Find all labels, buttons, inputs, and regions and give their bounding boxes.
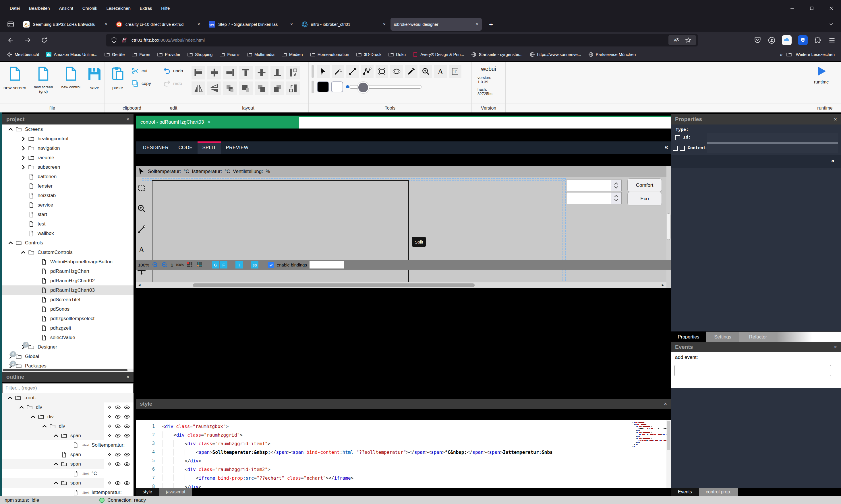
align-top-button[interactable] — [239, 66, 253, 79]
tab-events[interactable]: Events — [671, 488, 699, 496]
pocket-icon[interactable] — [754, 36, 761, 44]
bookmark-item[interactable]: Shopping — [184, 51, 215, 58]
properties-close-icon[interactable]: × — [834, 116, 837, 123]
project-tree-item-fenster[interactable]: fenster — [2, 181, 134, 191]
extensions-puzzle-icon[interactable] — [814, 36, 822, 44]
tab-close-icon[interactable]: × — [198, 22, 200, 27]
add-event-input[interactable] — [674, 365, 831, 376]
redo-button[interactable]: redo — [163, 79, 188, 88]
project-tree-item-designer[interactable]: 4Designer — [2, 342, 134, 352]
select-tool-button[interactable] — [317, 65, 330, 78]
scroll-right-icon[interactable]: ► — [661, 283, 665, 287]
project-tree-item-customcontrols[interactable]: CustomControls — [2, 248, 134, 257]
slider-knob[interactable] — [358, 82, 369, 93]
shield-icon[interactable] — [111, 37, 117, 43]
visibility-icon[interactable] — [115, 423, 121, 429]
maximize-button[interactable] — [802, 0, 822, 16]
split-handle-badge[interactable]: Split — [412, 237, 426, 247]
bookmark-item[interactable]: Multimedia — [244, 51, 277, 58]
project-tree-item-pdraumhzgchart02[interactable]: pdRaumHzgChart02 — [2, 276, 134, 285]
browser-tab[interactable]: SPSStep 7 - Signalampel blinken las× — [205, 18, 296, 31]
more-bookmarks-label[interactable]: Weitere Lesezeichen — [796, 52, 835, 57]
visibility-design-icon[interactable] — [124, 451, 130, 458]
tab-preview[interactable]: PREVIEW — [221, 141, 254, 154]
copy-button[interactable]: copy — [131, 79, 151, 88]
collapse-right-icon[interactable]: « — [665, 143, 668, 151]
bookmark-star-icon[interactable] — [685, 37, 691, 43]
project-tree-item-wallbox[interactable]: wallbox — [2, 229, 134, 238]
menu-bearbeiten[interactable]: Bearbeiten — [25, 0, 54, 16]
canvas-vscrollbar[interactable] — [666, 166, 671, 288]
outline-item-div[interactable]: div — [2, 412, 134, 421]
cloud-extension-icon[interactable] — [782, 35, 792, 45]
bookmark-item[interactable]: Doku — [385, 51, 409, 58]
eyedropper-tool-button[interactable] — [405, 65, 417, 78]
browser-tab[interactable]: creality cr-10 direct drive extrud× — [112, 18, 204, 31]
editor-tab-pdraumhzgchart03[interactable]: control - pdRaumHzgChart03 × — [136, 115, 299, 128]
bookmark-item[interactable]: Finanz — [217, 51, 243, 58]
marquee-select-icon[interactable] — [137, 183, 146, 193]
select-node-icon[interactable] — [107, 405, 112, 409]
visibility-icon[interactable] — [115, 461, 121, 467]
reload-icon[interactable] — [38, 34, 50, 46]
project-tree-item-start[interactable]: start — [2, 210, 134, 219]
visibility-design-icon[interactable] — [124, 433, 130, 439]
visibility-design-icon[interactable] — [124, 480, 130, 486]
outline-item-root[interactable]: -root- — [2, 393, 134, 402]
tab-code[interactable]: CODE — [173, 141, 197, 154]
arrange-forward-button[interactable] — [255, 82, 269, 95]
scrollbar-thumb[interactable] — [3, 369, 127, 371]
zoom-reset-100[interactable]: 100% — [176, 263, 184, 267]
bookmark-item[interactable]: Parkservice München — [585, 51, 639, 58]
flip-vertical-button[interactable] — [207, 82, 221, 95]
collapse-properties-icon[interactable]: « — [831, 157, 835, 165]
tab-split[interactable]: SPLIT — [198, 141, 221, 154]
chevron-down-icon[interactable] — [6, 240, 15, 246]
bookmark-item[interactable]: Geräte — [101, 51, 127, 58]
chevron-down-icon[interactable] — [19, 250, 28, 255]
chevron-down-icon[interactable] — [40, 424, 49, 429]
background-color-swatch[interactable] — [331, 82, 343, 92]
eco-temp-input[interactable] — [566, 192, 622, 204]
zoom-in-icon[interactable] — [152, 261, 158, 268]
project-tree-item-service[interactable]: service — [2, 200, 134, 210]
insecure-lock-icon[interactable] — [121, 37, 127, 43]
project-tree-item-pdraumhzgchart03[interactable]: pdRaumHzgChart03 — [2, 285, 134, 295]
bookmark-item[interactable]: Medien — [278, 51, 306, 58]
grid-show-icon[interactable] — [196, 261, 203, 268]
foreground-color-swatch[interactable] — [317, 82, 329, 92]
project-tree-item-navigation[interactable]: navigation — [2, 143, 134, 153]
chevron-down-icon[interactable] — [6, 126, 15, 132]
select-node-icon[interactable] — [107, 433, 112, 438]
grid-snap-icon[interactable] — [186, 261, 193, 268]
content-bind-checkbox[interactable] — [673, 146, 678, 151]
outline-item-div[interactable]: div — [2, 402, 134, 412]
paste-button[interactable]: paste — [108, 62, 128, 104]
project-hscrollbar[interactable] — [2, 368, 134, 372]
textbox-tool-button[interactable]: T — [449, 65, 461, 78]
chevron-down-icon[interactable] — [52, 433, 60, 438]
outline-close-icon[interactable]: × — [126, 374, 130, 380]
outline-item-span[interactable]: span — [2, 478, 134, 488]
align-bottom-button[interactable] — [271, 66, 284, 79]
align-left-button[interactable] — [191, 66, 205, 79]
number-spinner[interactable] — [611, 180, 621, 191]
project-tree-item-controls[interactable]: Controls — [2, 238, 134, 248]
events-close-icon[interactable]: × — [834, 344, 837, 350]
browser-tab[interactable]: iobroker-webui designer× — [391, 18, 482, 31]
firefox-view-icon[interactable] — [5, 18, 17, 31]
menu-chronik[interactable]: Chronik — [79, 0, 101, 16]
polyline-tool-button[interactable] — [361, 65, 374, 78]
zoombar-field[interactable] — [310, 261, 344, 269]
outline-item-span[interactable]: span — [2, 459, 134, 469]
text-tool-icon[interactable]: A — [137, 245, 146, 254]
content-checkbox[interactable] — [680, 146, 685, 151]
password-manager-icon[interactable] — [798, 35, 808, 45]
zoom-icon[interactable] — [137, 204, 146, 213]
line-tool-icon[interactable] — [137, 224, 146, 234]
project-tree-item-pdscreentitel[interactable]: pdScreenTitel — [2, 295, 134, 304]
project-tree-item-pdhzgzeit[interactable]: pdhzgzeit — [2, 323, 134, 333]
project-tree-item-pdraumhzgchart[interactable]: pdRaumHzgChart — [2, 267, 134, 276]
tab-designer[interactable]: DESIGNER — [138, 141, 173, 154]
tab-javascript[interactable]: javascript — [159, 488, 192, 496]
